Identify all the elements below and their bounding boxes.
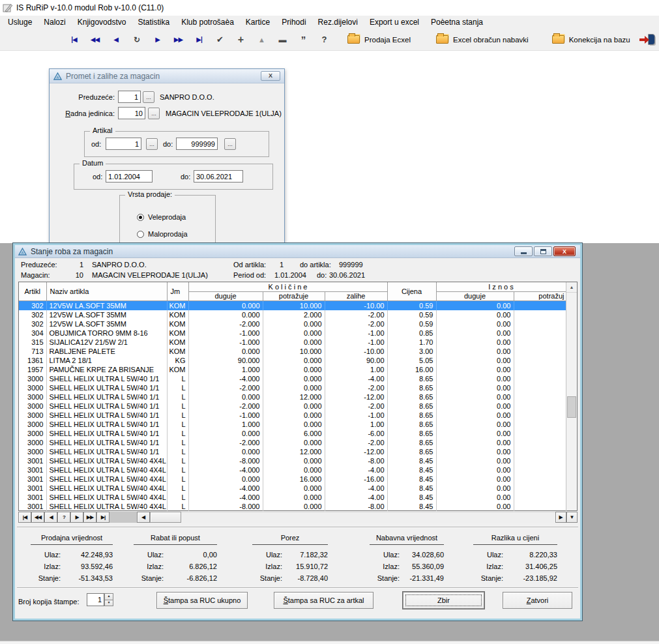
cell[interactable]	[514, 300, 566, 310]
cell[interactable]: 0.00	[436, 456, 514, 465]
cell[interactable]: -2.000	[188, 402, 263, 411]
cell[interactable]	[514, 338, 566, 347]
col-header-naziv[interactable]: Naziv artikla	[46, 282, 167, 300]
cell[interactable]: 0.59	[387, 310, 436, 319]
cell[interactable]: 0.000	[263, 493, 325, 502]
cell[interactable]: 0.00	[436, 475, 514, 484]
grid-nav-prior-page-button[interactable]: ◀◀	[31, 512, 44, 523]
excel-obracun-nabavki-button[interactable]: Excel obračun nabavki	[436, 35, 529, 44]
cell[interactable]: SHELL HELIX ULTRA L 5W/40 1/1	[46, 411, 167, 420]
col-header-kolicine[interactable]: K o l i č i n e	[188, 282, 387, 291]
cell[interactable]: -1.000	[188, 329, 263, 338]
cell[interactable]: 0.59	[387, 319, 436, 329]
menu-item-po-etna-stanja[interactable]: Poèetna stanja	[425, 16, 489, 29]
cell[interactable]: 3001	[19, 475, 46, 484]
cell[interactable]: PAMUČNE KRPE ZA BRISANJE	[46, 365, 167, 374]
cell[interactable]: 8.45	[387, 456, 436, 465]
exit-icon[interactable]	[639, 33, 656, 46]
scroll-up-icon[interactable]: ▲	[566, 282, 577, 293]
cell[interactable]: 0.000	[263, 411, 325, 420]
table-row[interactable]: 1957PAMUČNE KRPE ZA BRISANJEKOM1.0000.00…	[19, 365, 566, 374]
cell[interactable]	[514, 402, 566, 411]
cell[interactable]: 0.000	[263, 329, 325, 338]
cell[interactable]: 0.000	[263, 438, 325, 447]
menu-item-usluge[interactable]: Usluge	[2, 16, 38, 29]
prodaja-excel-button[interactable]: Prodaja Ecxel	[347, 35, 411, 44]
help-icon[interactable]: ?	[318, 35, 330, 44]
cell[interactable]: 304	[19, 329, 46, 338]
cell[interactable]: 12.000	[263, 392, 325, 402]
cell[interactable]: SHELL HELIX ULTRA L 5W/40 1/1	[46, 447, 167, 456]
cell[interactable]: 8.45	[387, 465, 436, 475]
cell[interactable]: -1.00	[325, 329, 387, 338]
cell[interactable]: 3000	[19, 383, 46, 392]
cell[interactable]: 12V5W LA.SOFT 35MM	[46, 310, 167, 319]
cell[interactable]: 10.000	[263, 300, 325, 310]
next-page-icon[interactable]: ▶▶	[172, 36, 184, 43]
cell[interactable]: -2.00	[325, 310, 387, 319]
preduzece-browse-button[interactable]: ...	[143, 91, 154, 103]
cell[interactable]: 8.65	[387, 411, 436, 420]
menu-item-nalozi[interactable]: Nalozi	[38, 16, 71, 29]
scroll-left-icon[interactable]: ◀	[137, 512, 150, 523]
cell[interactable]: -4.000	[188, 493, 263, 502]
cell[interactable]: -4.000	[188, 484, 263, 493]
col-header-iznos-duguje[interactable]: duguje	[436, 291, 514, 300]
cell[interactable]: L	[167, 411, 188, 420]
cell[interactable]	[514, 438, 566, 447]
window-title-bar[interactable]: Stanje roba za magacin X	[15, 245, 580, 258]
menu-item-statistika[interactable]: Statistika	[132, 16, 175, 29]
menu-item-export-u-excel[interactable]: Export u excel	[364, 16, 425, 29]
menu-item-rez-dijelovi[interactable]: Rez.dijelovi	[312, 16, 364, 29]
edit-icon[interactable]: ▲	[256, 36, 268, 44]
cell[interactable]: -6.00	[325, 429, 387, 438]
cell[interactable]: KOM	[167, 329, 188, 338]
cell[interactable]: 0.000	[263, 338, 325, 347]
grid-nav-next-page-button[interactable]: ▶▶	[83, 512, 96, 523]
cell[interactable]	[514, 374, 566, 383]
cell[interactable]: 3000	[19, 420, 46, 429]
cell[interactable]: -2.00	[325, 438, 387, 447]
cell[interactable]	[514, 356, 566, 365]
cell[interactable]	[514, 383, 566, 392]
cell[interactable]: -2.00	[325, 319, 387, 329]
cell[interactable]: 0.00	[436, 465, 514, 475]
last-record-icon[interactable]: ▶|	[193, 36, 205, 43]
table-row[interactable]: 713RABLJENE PALETEKOM0.00010.000-10.003.…	[19, 347, 566, 356]
table-row[interactable]: 3000SHELL HELIX ULTRA L 5W/40 1/1L-2.000…	[19, 383, 566, 392]
cell[interactable]: 0.00	[436, 310, 514, 319]
cell[interactable]: 0.00	[436, 484, 514, 493]
cell[interactable]: -8.000	[188, 456, 263, 465]
cell[interactable]: 302	[19, 310, 46, 319]
cell[interactable]: 0.00	[436, 402, 514, 411]
table-row[interactable]: 3000SHELL HELIX ULTRA L 5W/40 1/1L-4.000…	[19, 374, 566, 383]
scroll-down-icon[interactable]: ▼	[566, 512, 578, 523]
cell[interactable]	[514, 456, 566, 465]
cell[interactable]: SIJALICA12V 21/5W 2/1	[46, 338, 167, 347]
cell[interactable]: SHELL HELIX ULTRA L 5W/40 1/1	[46, 383, 167, 392]
cell[interactable]: KOM	[167, 347, 188, 356]
table-row[interactable]: 3001SHELL HELIX ULTRA L 5W/40 4X4LL-4.00…	[19, 493, 566, 502]
table-row[interactable]: 3000SHELL HELIX ULTRA L 5W/40 1/1L0.0001…	[19, 447, 566, 456]
zatvori-button[interactable]: Zatvori	[503, 592, 572, 609]
table-row[interactable]: 1361LITMA 2 18/1KG90.0000.00090.005.050.…	[19, 356, 566, 365]
cell[interactable]: 302	[19, 300, 46, 310]
cell[interactable]: L	[167, 484, 188, 493]
cell[interactable]: -1.00	[325, 411, 387, 420]
add-icon[interactable]: +	[235, 34, 247, 46]
grid-nav-locate-button[interactable]: ?	[57, 512, 70, 523]
cell[interactable]: SHELL HELIX ULTRA L 5W/40 1/1	[46, 429, 167, 438]
cell[interactable]: 16.000	[263, 475, 325, 484]
cell[interactable]: -12.00	[325, 447, 387, 456]
cell[interactable]: 0.000	[188, 300, 263, 310]
cell[interactable]: -2.000	[188, 438, 263, 447]
cell[interactable]: 0.000	[188, 475, 263, 484]
copies-input[interactable]	[87, 593, 104, 606]
table-row[interactable]: 3000SHELL HELIX ULTRA L 5W/40 1/1L1.0000…	[19, 420, 566, 429]
cell[interactable]: 0.59	[387, 300, 436, 310]
grid-nav-prior-button[interactable]: ◀	[44, 512, 57, 523]
prior-page-icon[interactable]: ◀◀	[89, 36, 101, 43]
cell[interactable]: 8.45	[387, 493, 436, 502]
cell[interactable]: 0.000	[188, 392, 263, 402]
cell[interactable]: 1.000	[188, 365, 263, 374]
